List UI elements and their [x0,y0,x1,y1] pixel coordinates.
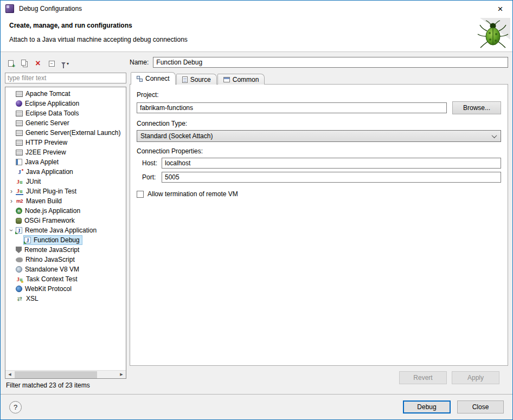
project-label: Project: [137,91,501,99]
tree-item[interactable]: HTTP Preview [5,138,126,147]
eclipse-icon [16,100,22,107]
tree-item[interactable]: Rhino JavaScript [5,255,126,264]
tree-item[interactable]: OSGi Framework [5,216,126,225]
tree-item-body: Apache Tomcat [15,89,73,98]
tree-item[interactable]: Function Debug [5,235,126,245]
dialog-header: Create, manage, and run configurations A… [1,17,512,52]
tree-item-body: XSL [15,294,41,303]
tree-item-label: JUnit Plug-in Test [26,188,76,195]
scrollbar-thumb[interactable] [15,371,97,378]
tree-item[interactable]: Eclipse Data Tools [5,108,126,118]
revert-apply-row: Revert Apply [130,366,508,390]
twist-collapsed-icon[interactable] [8,188,15,195]
delete-config-icon[interactable]: × [32,58,44,69]
close-icon[interactable]: × [488,1,512,17]
tree-item-label: WebKit Protocol [25,285,72,293]
connection-type-dropdown[interactable]: Standard (Socket Attach) [137,130,501,142]
tab-common[interactable]: Common [217,74,265,85]
tree-item[interactable]: Java Application [5,167,126,177]
dialog-footer: ? Debug Close [1,394,512,419]
webkit-icon [16,286,22,292]
sidebar-toolbar: × − ▾ [5,56,126,70]
applet-icon [16,159,22,165]
scrollbar-track[interactable] [14,371,117,379]
filter-config-icon[interactable]: ▾ [59,58,71,69]
tree-item[interactable]: JUnit Plug-in Test [5,186,126,196]
debug-button[interactable]: Debug [403,400,451,413]
data-tools-icon [16,111,23,117]
allow-termination-checkbox[interactable] [137,191,144,198]
java-icon [16,169,23,176]
host-row: Host: [142,158,501,169]
tree-item-label: OSGi Framework [24,217,75,224]
tree-item-label: HTTP Preview [25,139,67,146]
footer-buttons: Debug Close [403,400,504,413]
tree-item[interactable]: Standalone V8 VM [5,264,126,274]
tree-item-body: JUnit [15,177,43,186]
tree-item[interactable]: Generic Server [5,118,126,128]
tree-item-body: Function Debug [24,236,82,244]
tree-item-body: Generic Server [15,119,72,127]
name-input[interactable] [153,57,508,68]
app-icon [5,4,14,13]
tree-item-label: Generic Server(External Launch) [25,129,120,137]
allow-termination-label: Allow termination of remote VM [148,190,238,198]
browse-button[interactable]: Browse... [452,101,501,114]
port-row: Port: [142,172,501,183]
scroll-left-icon[interactable]: ◀ [5,371,14,379]
revert-button[interactable]: Revert [399,371,447,384]
tree-item-label: Apache Tomcat [25,90,70,98]
tree-item[interactable]: Apache Tomcat [5,89,126,99]
tree-item-label: Java Application [26,168,73,176]
port-input[interactable] [162,172,501,183]
tree-item[interactable]: J2EE Preview [5,147,126,157]
close-button[interactable]: Close [457,400,504,413]
duplicate-config-icon[interactable] [18,58,30,69]
tree-item[interactable]: Remote Java Application [5,225,126,235]
server-icon [16,130,23,136]
help-button[interactable]: ? [9,401,22,413]
tab-connect[interactable]: Connect [131,72,176,85]
configurations-tree-panel: Apache TomcatEclipse ApplicationEclipse … [5,87,126,379]
tree-item[interactable]: XSL [5,294,126,303]
twist-collapsed-icon[interactable] [8,197,15,205]
tree-item-label: Function Debug [34,236,80,244]
tree-item[interactable]: Java Applet [5,157,126,167]
new-config-icon[interactable] [5,58,17,69]
task-context-icon [16,276,23,283]
tree-item[interactable]: Node.js Application [5,206,126,216]
tree-item[interactable]: WebKit Protocol [5,284,126,294]
connect-tab-icon [137,76,143,82]
scroll-right-icon[interactable]: ▶ [117,371,126,379]
tree-item[interactable]: Eclipse Application [5,99,126,108]
tree-item-body: J2EE Preview [15,148,68,157]
junit-icon [16,178,23,185]
tree-item-body: Node.js Application [15,206,82,215]
tree-item[interactable]: JUnit [5,177,126,186]
tree-item[interactable]: Remote JavaScript [5,245,126,255]
tree-item-body: Generic Server(External Launch) [15,128,123,137]
filter-input[interactable] [5,73,126,83]
tree-item[interactable]: Maven Build [5,196,126,206]
tree-item-body: OSGi Framework [15,216,77,225]
tree-item-body: Remote Java Application [15,226,99,235]
port-label: Port: [142,173,162,181]
collapse-all-icon[interactable]: − [46,58,57,69]
tree-item[interactable]: Task Context Test [5,274,126,284]
tab-source[interactable]: Source [176,74,217,85]
tree-item-label: JUnit [26,178,41,185]
host-input[interactable] [162,158,501,169]
horizontal-scrollbar[interactable]: ◀ ▶ [5,370,126,378]
allow-termination-row: Allow termination of remote VM [137,190,501,198]
maven-icon [16,198,23,205]
tree-item[interactable]: Generic Server(External Launch) [5,128,126,138]
apply-button[interactable]: Apply [452,371,499,384]
server-icon [16,91,23,97]
tree-item-label: Node.js Application [25,207,80,215]
tree-item-body: Rhino JavaScript [15,255,77,264]
osgi-icon [16,218,22,224]
tree-item-label: Eclipse Data Tools [25,109,79,117]
project-input[interactable] [137,102,447,113]
twist-expanded-icon[interactable] [8,227,15,234]
tree-item-label: Generic Server [25,119,69,127]
